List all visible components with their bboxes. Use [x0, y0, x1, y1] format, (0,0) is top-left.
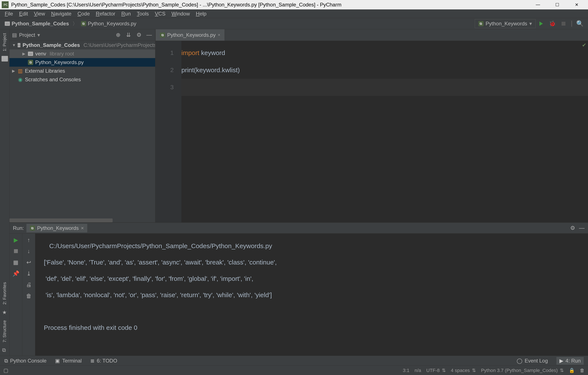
project-tree[interactable]: ▼▭Python_Sample_Codes C:\Users\User\Pych…	[10, 41, 155, 218]
editor-tab[interactable]: ⧉ Python_Keywords.py ×	[156, 29, 225, 41]
stop-button[interactable]	[559, 19, 568, 28]
minimize-button[interactable]: —	[528, 0, 548, 10]
code-line[interactable]	[181, 79, 588, 96]
tree-label: Python_Keywords.py	[35, 59, 84, 65]
run-settings-button[interactable]: ⚙	[570, 225, 575, 231]
debug-button[interactable]: 🐞	[548, 19, 557, 28]
tree-item-python_sample_codes[interactable]: ▼▭Python_Sample_Codes C:\Users\User\Pych…	[10, 41, 155, 49]
folder-icon: ▭	[28, 52, 33, 56]
settings-button[interactable]: ⚙	[135, 32, 142, 39]
event-log-tab[interactable]: ◯ Event Log	[517, 358, 548, 364]
run-header: Run: ⧉ Python_Keywords × ⚙ —	[10, 223, 588, 234]
hide-button[interactable]: —	[146, 32, 153, 39]
rerun-button[interactable]: ▶	[12, 236, 20, 244]
print-button[interactable]: 🖨	[25, 281, 33, 289]
line-separator[interactable]: n/a	[415, 368, 421, 373]
breadcrumb-bar: ▭ Python_Sample_Codes 〉 ⧉ Python_Keyword…	[0, 18, 588, 29]
caret-position[interactable]: 3:1	[403, 368, 410, 373]
clear-button[interactable]: 🗑	[25, 292, 33, 300]
close-tab-button[interactable]: ×	[218, 32, 220, 37]
editor-body[interactable]: 123 import keywordprint(keyword.kwlist) …	[156, 41, 588, 222]
tree-item-python_keywords-py[interactable]: ⧉Python_Keywords.py	[10, 58, 155, 67]
collapse-all-button[interactable]: ⇊	[125, 32, 132, 39]
todo-tab[interactable]: ≣ 6: TODO	[90, 358, 117, 364]
menu-file[interactable]: File	[2, 10, 16, 18]
layout-button[interactable]: ▦	[12, 258, 20, 266]
encoding-selector[interactable]: UTF-8⇅	[426, 368, 446, 373]
breadcrumb-file-label: Python_Keywords.py	[88, 21, 136, 27]
expand-arrow-icon[interactable]: ▶	[12, 69, 15, 73]
menu-code[interactable]: Code	[74, 10, 93, 18]
menu-help[interactable]: Help	[193, 10, 209, 18]
up-button[interactable]: ↑	[25, 236, 33, 244]
search-everywhere-button[interactable]: 🔍	[575, 19, 585, 28]
scroll-to-end-button[interactable]: ⤓	[25, 270, 33, 277]
close-button[interactable]: ✕	[567, 0, 586, 10]
stop-run-button[interactable]	[12, 247, 20, 255]
interpreter-selector[interactable]: Python 3.7 (Python_Sample_Codes)⇅	[481, 368, 564, 373]
folder-icon: ▭	[5, 21, 10, 26]
statusbar: ▢ 3:1 n/a UTF-8⇅ 4 spaces⇅ Python 3.7 (P…	[0, 365, 588, 375]
menu-window[interactable]: Window	[168, 10, 193, 18]
console-line: Process finished with exit code 0	[44, 320, 579, 336]
pin-button[interactable]: 📌	[12, 270, 20, 277]
project-panel-title[interactable]: Project	[19, 32, 35, 38]
menu-navigate[interactable]: Navigate	[48, 10, 74, 18]
line-number: 3	[156, 79, 174, 96]
tree-scrollbar[interactable]	[10, 218, 155, 222]
code-line[interactable]: print(keyword.kwlist)	[181, 62, 588, 79]
tool-window-quick-access[interactable]: ▢	[3, 367, 8, 374]
list-icon: ≣	[90, 358, 94, 364]
hide-run-button[interactable]: —	[579, 225, 585, 231]
menu-vcs[interactable]: VCS	[152, 10, 168, 18]
console-output[interactable]: C:/Users/User/PycharmProjects/Python_Sam…	[35, 234, 588, 356]
svg-text:PC: PC	[4, 3, 8, 6]
terminal-tab[interactable]: ▣ Terminal	[55, 358, 82, 364]
locate-button[interactable]: ⊕	[115, 32, 122, 39]
line-number: 1	[156, 44, 174, 62]
down-button[interactable]: ↓	[25, 247, 33, 255]
rail-project-tab[interactable]: 1: Project	[2, 31, 7, 53]
readonly-icon[interactable]: 🔒	[569, 368, 575, 373]
event-log-icon: ◯	[517, 358, 523, 364]
tree-item-scratches-and-consoles[interactable]: ◉Scratches and Consoles	[10, 75, 155, 84]
python-console-tab[interactable]: ⧉ Python Console	[4, 358, 46, 364]
close-run-tab-button[interactable]: ×	[81, 225, 84, 231]
run-config-selector[interactable]: ⧉ Python_Keywords ▾	[475, 19, 536, 28]
menu-run[interactable]: Run	[118, 10, 134, 18]
scratch-icon: ◉	[18, 77, 23, 82]
menu-refactor[interactable]: Refactor	[93, 10, 118, 18]
editor-area: ⧉ Python_Keywords.py × 123 import keywor…	[156, 29, 588, 222]
menu-tools[interactable]: Tools	[134, 10, 152, 18]
menu-edit[interactable]: Edit	[16, 10, 31, 18]
breadcrumb-file[interactable]: ⧉ Python_Keywords.py	[79, 20, 138, 28]
maximize-button[interactable]: ☐	[548, 0, 567, 10]
analysis-ok-icon: ✔	[582, 42, 586, 48]
code-line[interactable]: import keyword	[181, 44, 588, 62]
terminal-icon: ▣	[55, 358, 60, 364]
memory-icon[interactable]: 🗑	[580, 368, 585, 373]
bug-icon: 🐞	[549, 20, 556, 27]
expand-arrow-icon[interactable]: ▼	[12, 43, 15, 48]
expand-arrow-icon[interactable]: ▶	[22, 51, 26, 56]
code-area[interactable]: import keywordprint(keyword.kwlist)	[181, 41, 588, 222]
rail-favorites-tab[interactable]: 2: Favorites	[2, 280, 7, 307]
tree-item-external-libraries[interactable]: ▶▥External Libraries	[10, 67, 155, 75]
run-button[interactable]	[536, 19, 546, 28]
scroll-thumb[interactable]	[10, 218, 113, 222]
soft-wrap-button[interactable]: ↩	[25, 258, 33, 266]
star-icon: ★	[2, 310, 7, 315]
run-tab[interactable]: ⧉ Python_Keywords ×	[26, 224, 87, 232]
menu-view[interactable]: View	[31, 10, 48, 18]
indent-selector[interactable]: 4 spaces⇅	[451, 368, 476, 373]
breadcrumb-project[interactable]: ▭ Python_Sample_Codes	[3, 20, 71, 28]
rail-structure-tab[interactable]: 7: Structure	[2, 318, 7, 344]
line-gutter: 123	[156, 41, 181, 222]
chevron-down-icon[interactable]: ▾	[37, 32, 40, 38]
run-tool-window: Run: ⧉ Python_Keywords × ⚙ — ▶	[10, 222, 588, 356]
console-line	[44, 303, 579, 320]
console-icon: ⧉	[4, 358, 8, 364]
python-icon: ⧉	[478, 21, 483, 26]
tree-item-venv[interactable]: ▶▭venv library root	[10, 49, 155, 58]
run-tab-bottom[interactable]: ▶ 4: Run	[556, 357, 584, 365]
